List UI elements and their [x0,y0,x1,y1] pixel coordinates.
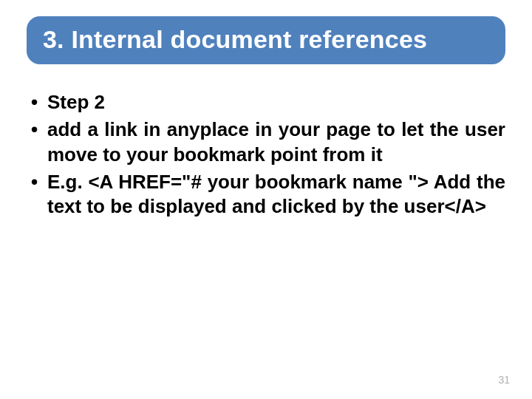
bullet-item: Step 2 [27,90,505,115]
slide-title: 3. Internal document references [43,25,489,54]
title-box: 3. Internal document references [27,16,505,64]
slide: 3. Internal document references Step 2 a… [0,0,532,399]
bullet-item: E.g. <A HREF="# your bookmark name "> Ad… [27,170,505,219]
body-area: Step 2 add a link in anyplace in your pa… [27,90,505,222]
page-number: 31 [498,374,510,386]
bullet-item: add a link in anyplace in your page to l… [27,117,505,167]
bullet-list: Step 2 add a link in anyplace in your pa… [27,90,505,219]
